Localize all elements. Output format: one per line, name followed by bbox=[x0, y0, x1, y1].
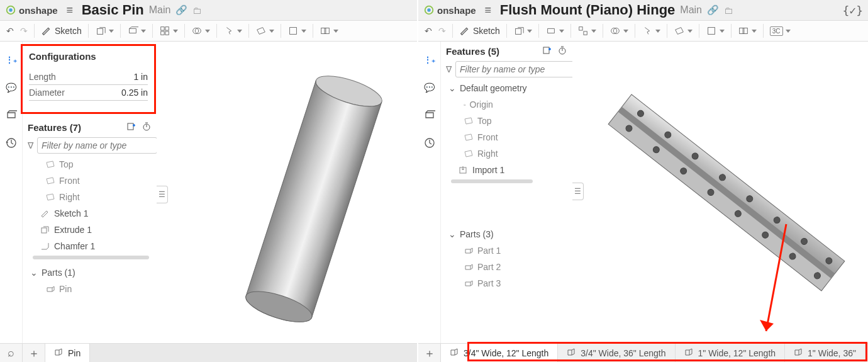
hamburger-icon[interactable]: ≡ bbox=[481, 3, 495, 17]
svg-rect-21 bbox=[579, 27, 582, 30]
versions-icon[interactable] bbox=[423, 108, 437, 122]
sketch-button[interactable]: Sketch bbox=[457, 22, 503, 40]
comments-icon[interactable]: 💬 bbox=[4, 81, 18, 94]
scroll-indicator bbox=[451, 179, 533, 183]
filter-icon[interactable]: ∇ bbox=[446, 64, 452, 74]
sketch-button[interactable]: Sketch bbox=[38, 22, 84, 40]
left-rail: ⋮₊ 💬 bbox=[0, 42, 23, 343]
svg-rect-11 bbox=[325, 28, 329, 34]
filter-icon[interactable]: ∇ bbox=[28, 140, 33, 150]
feature-extrude[interactable]: Extrude 1 bbox=[28, 222, 154, 238]
redo-button[interactable]: ↷ bbox=[18, 22, 30, 40]
revolve-button[interactable] bbox=[543, 22, 567, 40]
annotation-arrow bbox=[755, 218, 793, 343]
annotation-highlight bbox=[467, 342, 867, 361]
svg-rect-25 bbox=[708, 28, 715, 35]
plane-front[interactable]: Front bbox=[28, 173, 154, 189]
redo-button[interactable]: ↷ bbox=[436, 22, 448, 40]
feature-tree: Top Front Right Sketch 1 Extrude 1 Chamf… bbox=[23, 156, 157, 300]
panel-collapse-handle[interactable]: ☰ bbox=[157, 186, 168, 203]
feature-import[interactable]: Import 1 bbox=[446, 162, 570, 178]
add-feature-icon[interactable]: ⋮₊ bbox=[423, 53, 437, 67]
boolean-button[interactable] bbox=[189, 22, 213, 40]
parts-header[interactable]: ⌄Parts (3) bbox=[446, 226, 570, 242]
add-feature-icon[interactable] bbox=[542, 45, 552, 57]
folder-icon[interactable]: 🗀 bbox=[192, 5, 202, 16]
plane-right[interactable]: Right bbox=[446, 145, 570, 162]
stopwatch-icon[interactable] bbox=[142, 122, 152, 133]
part-pin[interactable]: Pin bbox=[28, 281, 154, 297]
filter-input[interactable] bbox=[37, 137, 157, 154]
svg-rect-3 bbox=[161, 27, 164, 30]
tool-button-a[interactable] bbox=[285, 22, 309, 40]
features-header: Features (5) bbox=[441, 42, 572, 59]
parts-header[interactable]: ⌄Parts (1) bbox=[28, 264, 154, 281]
part-studio-icon bbox=[54, 348, 64, 358]
transform-button[interactable] bbox=[639, 22, 663, 40]
extrude-button[interactable] bbox=[92, 22, 116, 40]
tool-button-b[interactable] bbox=[317, 22, 341, 40]
stopwatch-icon[interactable] bbox=[557, 45, 567, 57]
versions-icon[interactable] bbox=[4, 108, 18, 122]
svg-rect-10 bbox=[321, 28, 326, 34]
viewport[interactable] bbox=[572, 42, 868, 343]
logo-icon bbox=[5, 4, 16, 16]
badge-3c[interactable]: 3C bbox=[767, 22, 793, 40]
revolve-button[interactable] bbox=[125, 22, 148, 40]
tool-d[interactable] bbox=[735, 22, 759, 40]
feature-chamfer[interactable]: Chamfer 1 bbox=[28, 238, 154, 254]
part-2[interactable]: Part 2 bbox=[446, 259, 570, 275]
plane-front[interactable]: Front bbox=[446, 129, 570, 145]
svg-rect-2 bbox=[97, 28, 103, 34]
add-tab-button[interactable]: ＋ bbox=[418, 344, 441, 362]
viewport[interactable] bbox=[157, 42, 417, 343]
svg-rect-22 bbox=[584, 31, 587, 35]
panel-collapse-handle[interactable]: ☰ bbox=[572, 183, 584, 200]
transform-button[interactable] bbox=[221, 22, 245, 40]
add-feature-icon[interactable] bbox=[126, 122, 136, 133]
origin[interactable]: ◦Origin bbox=[446, 96, 570, 113]
extrude-button[interactable] bbox=[511, 22, 535, 40]
tool-c[interactable] bbox=[703, 22, 727, 40]
part-studio-icon bbox=[450, 348, 460, 358]
hamburger-icon[interactable]: ≡ bbox=[63, 3, 77, 17]
config-row-diameter[interactable]: Diameter 0.25 in bbox=[29, 85, 148, 101]
part-1[interactable]: Part 1 bbox=[446, 242, 570, 259]
history-icon[interactable] bbox=[423, 136, 437, 150]
fillet-button[interactable] bbox=[575, 22, 599, 40]
search-tabs-icon[interactable]: ⌕ bbox=[0, 344, 23, 362]
svg-rect-9 bbox=[289, 28, 296, 35]
add-tab-button[interactable]: ＋ bbox=[23, 344, 45, 362]
link-icon[interactable]: 🔗 bbox=[707, 4, 719, 16]
toolbar: ↶ ↷ Sketch 3C bbox=[418, 20, 868, 42]
brand-text: onshape bbox=[437, 5, 476, 16]
folder-icon[interactable]: 🗀 bbox=[724, 5, 733, 16]
undo-button[interactable]: ↶ bbox=[422, 22, 435, 40]
plane-top[interactable]: Top bbox=[446, 113, 570, 129]
toolbar: ↶ ↷ Sketch bbox=[0, 20, 417, 42]
plane-right[interactable]: Right bbox=[28, 189, 154, 205]
history-icon[interactable] bbox=[4, 136, 18, 150]
svg-rect-13 bbox=[128, 123, 133, 130]
filter-input[interactable] bbox=[455, 61, 576, 77]
svg-point-1 bbox=[9, 8, 12, 11]
logo: onshape bbox=[5, 4, 58, 16]
part-3[interactable]: Part 3 bbox=[446, 275, 570, 291]
feature-sketch[interactable]: Sketch 1 bbox=[28, 205, 154, 222]
plane-button[interactable] bbox=[671, 22, 695, 40]
braces-icon[interactable]: {✓} bbox=[842, 4, 863, 17]
plane-top[interactable]: Top bbox=[28, 156, 154, 173]
undo-button[interactable]: ↶ bbox=[4, 22, 16, 40]
link-icon[interactable]: 🔗 bbox=[175, 4, 187, 16]
default-geometry[interactable]: ⌄Default geometry bbox=[446, 80, 570, 96]
comments-icon[interactable]: 💬 bbox=[423, 81, 437, 94]
svg-rect-5 bbox=[161, 31, 164, 35]
plane-button[interactable] bbox=[253, 22, 277, 40]
add-feature-icon[interactable]: ⋮₊ bbox=[4, 53, 18, 67]
configurations-title: Configurations bbox=[29, 51, 148, 62]
tab-pin[interactable]: Pin bbox=[45, 344, 90, 362]
boolean-button[interactable] bbox=[607, 22, 631, 40]
config-row-length[interactable]: Length 1 in bbox=[29, 69, 148, 85]
logo: onshape bbox=[423, 4, 476, 16]
fillet-button[interactable] bbox=[157, 22, 181, 40]
